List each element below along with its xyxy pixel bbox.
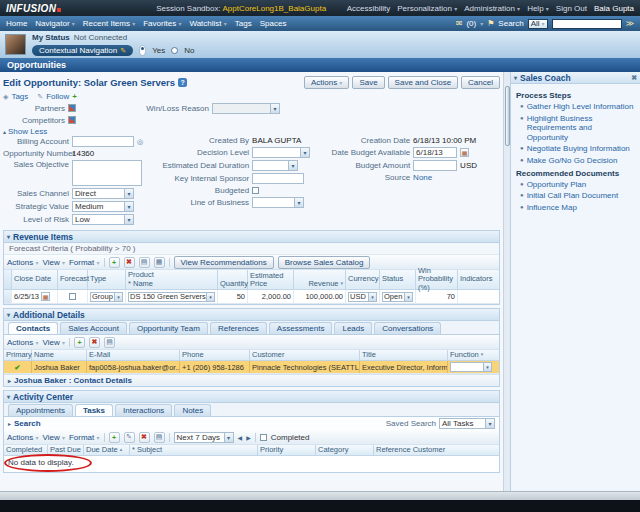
nav-watchlist[interactable]: Watchlist ▾ <box>189 19 226 28</box>
nav-spaces[interactable]: Spaces <box>260 19 287 28</box>
tasks-format-menu[interactable]: Format ▾ <box>69 433 100 442</box>
delete-task-icon[interactable]: ✖ <box>139 432 150 443</box>
col-priority[interactable]: Priority <box>258 445 316 455</box>
process-step-link[interactable]: Make Go/No Go Decision <box>527 156 618 166</box>
forecast-cell[interactable] <box>58 290 88 303</box>
delete-contact-icon[interactable]: ✖ <box>89 337 100 348</box>
activity-center-header[interactable]: ▾ Activity Center <box>4 391 499 403</box>
actions-menu-button[interactable]: Actions ▾ <box>304 76 349 89</box>
tags-link[interactable]: Tags <box>11 92 28 101</box>
next-range-icon[interactable]: ▶ <box>246 434 251 441</box>
edit-pencil-icon[interactable]: ✎ <box>120 47 126 55</box>
prev-range-icon[interactable]: ◀ <box>238 434 243 441</box>
add-row-icon[interactable]: + <box>109 257 120 268</box>
col-customer[interactable]: Customer <box>250 350 360 360</box>
col-due-date[interactable]: Due Date▴ <box>84 445 130 455</box>
date-range-select[interactable]: Next 7 Days▾ <box>174 432 234 443</box>
cancel-button[interactable]: Cancel <box>461 76 500 89</box>
revenue-view-menu[interactable]: View ▾ <box>42 258 64 267</box>
col-title[interactable]: Title <box>360 350 448 360</box>
revenue-cell[interactable]: 100,000.00 <box>294 290 346 303</box>
completed-filter-checkbox[interactable] <box>260 434 267 441</box>
contact-function-cell[interactable]: ▾ <box>448 361 494 373</box>
tasks-actions-menu[interactable]: Actions ▾ <box>7 433 38 442</box>
calendar-icon[interactable]: ▦ <box>460 148 469 157</box>
type-select[interactable]: Group▾ <box>90 292 123 302</box>
sign-out-link[interactable]: Sign Out <box>556 4 587 13</box>
col-estimated-price[interactable]: Estimated Price <box>248 270 294 289</box>
nav-tags[interactable]: Tags <box>235 19 252 28</box>
close-date-cell[interactable]: 6/25/13▦ <box>12 290 58 303</box>
tab-opportunity-team[interactable]: Opportunity Team <box>129 322 208 334</box>
search-collapse[interactable]: Search <box>14 419 41 428</box>
contacts-actions-menu[interactable]: Actions ▾ <box>7 338 38 347</box>
col-category[interactable]: Category <box>316 445 374 455</box>
detach-icon[interactable]: ▤ <box>139 257 150 268</box>
revenue-actions-menu[interactable]: Actions ▾ <box>7 258 38 267</box>
tasks-view-menu[interactable]: View ▾ <box>42 433 64 442</box>
tab-sales-account[interactable]: Sales Account <box>60 322 127 334</box>
col-product-name[interactable]: Product* Name <box>126 270 218 289</box>
show-less-toggle[interactable]: ▴ Show Less <box>3 126 500 136</box>
col-phone[interactable]: Phone <box>180 350 250 360</box>
administration-menu[interactable]: Administration ▾ <box>464 4 520 13</box>
col-revenue[interactable]: Revenue▾ <box>294 270 346 289</box>
contextual-navigation-pill[interactable]: Contextual Navigation ✎ <box>32 45 133 56</box>
col-name[interactable]: Name <box>32 350 87 360</box>
col-primary[interactable]: Primary <box>4 350 32 360</box>
tab-tasks[interactable]: Tasks <box>75 404 113 416</box>
save-and-close-button[interactable]: Save and Close <box>388 76 458 89</box>
col-subject[interactable]: * Subject <box>130 445 258 455</box>
contact-title-cell[interactable]: Executive Director, Informa <box>360 361 448 373</box>
saved-search-select[interactable]: All Tasks▾ <box>439 418 495 429</box>
col-reference-customer[interactable]: Reference Customer <box>374 445 478 455</box>
product-name-cell[interactable]: DS 150 Green Servers▾ <box>126 290 218 303</box>
tab-assessments[interactable]: Assessments <box>269 322 333 334</box>
add-contact-icon[interactable]: + <box>74 337 85 348</box>
contextual-yes-radio[interactable] <box>139 45 146 56</box>
scrollbar-thumb[interactable] <box>505 86 510 146</box>
process-step-link[interactable]: Negotiate Buying Information <box>527 144 630 154</box>
status-cell[interactable]: Open▾ <box>380 290 416 303</box>
tab-notes[interactable]: Notes <box>174 404 211 416</box>
detach-icon[interactable]: ▤ <box>104 337 115 348</box>
document-link[interactable]: Initial Call Plan Document <box>527 191 619 201</box>
new-task-icon[interactable]: + <box>109 432 120 443</box>
key-internal-sponsor-input[interactable] <box>252 173 304 184</box>
help-icon[interactable]: ? <box>178 78 187 87</box>
delete-row-icon[interactable]: ✖ <box>124 257 135 268</box>
col-quantity[interactable]: Quantity <box>218 270 248 289</box>
col-close-date[interactable]: Close Date <box>12 270 58 289</box>
revenue-row[interactable]: 6/25/13▦ Group▾ DS 150 Green Servers▾ 50… <box>4 290 499 304</box>
nav-home[interactable]: Home <box>6 19 27 28</box>
tab-interactions[interactable]: Interactions <box>115 404 172 416</box>
estimated-deal-duration-select[interactable]: ▾ <box>252 160 298 171</box>
edit-task-icon[interactable]: ✎ <box>124 432 135 443</box>
col-forecast[interactable]: Forecast <box>58 270 88 289</box>
nav-favorites[interactable]: Favorites ▾ <box>143 19 181 28</box>
search-go-icon[interactable]: ≫ <box>626 19 634 28</box>
row-selector[interactable] <box>4 290 12 303</box>
tab-references[interactable]: References <box>210 322 267 334</box>
decision-level-select[interactable]: ▾ <box>252 147 310 158</box>
document-link[interactable]: Influence Map <box>527 203 577 213</box>
vertical-scrollbar[interactable] <box>503 72 510 491</box>
status-select[interactable]: Open▾ <box>382 292 413 302</box>
contact-phone-cell[interactable]: +1 (206) 958-1286 <box>180 361 250 373</box>
add-partners-icon[interactable] <box>68 104 76 112</box>
user-avatar[interactable] <box>5 34 26 55</box>
my-status-value[interactable]: Not Connected <box>74 33 127 42</box>
col-status[interactable]: Status <box>380 270 416 289</box>
document-link[interactable]: Opportunity Plan <box>527 180 587 190</box>
search-icon[interactable]: ◎ <box>137 138 143 146</box>
help-menu[interactable]: Help ▾ <box>527 4 549 13</box>
date-budget-available-input[interactable]: 6/18/13 <box>413 147 457 158</box>
tab-contacts[interactable]: Contacts <box>8 322 58 334</box>
browse-sales-catalog-button[interactable]: Browse Sales Catalog <box>278 256 371 269</box>
contact-details-collapse[interactable]: ▸ Joshua Baker : Contact Details <box>4 374 499 386</box>
function-select[interactable]: ▾ <box>450 362 492 372</box>
col-past-due[interactable]: Past Due <box>48 445 84 455</box>
sales-coach-header[interactable]: ▾ Sales Coach ✖ <box>511 72 640 84</box>
add-icon[interactable]: + <box>72 92 77 101</box>
nav-navigator[interactable]: Navigator ▾ <box>35 19 75 28</box>
